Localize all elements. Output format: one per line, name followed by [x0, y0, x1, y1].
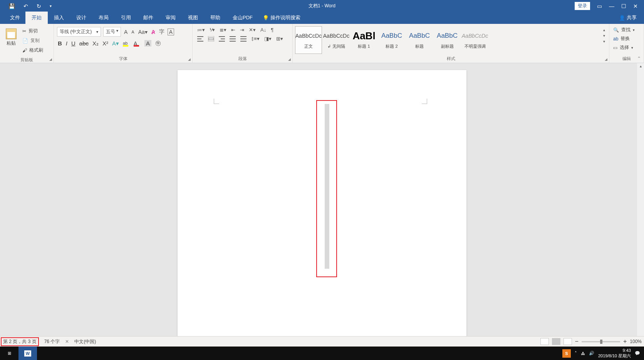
sogou-ime-icon[interactable]: S	[562, 349, 571, 358]
asian-layout-icon[interactable]: ✕▾	[249, 27, 256, 33]
maximize-icon[interactable]: ☐	[621, 3, 626, 9]
strike-button[interactable]: abc	[79, 40, 89, 47]
login-button[interactable]: 登录	[575, 2, 590, 10]
tab-view[interactable]: 视图	[182, 12, 204, 24]
notifications-icon[interactable]: 💬	[635, 351, 640, 356]
close-icon[interactable]: ✕	[633, 3, 638, 9]
align-right-icon[interactable]	[219, 36, 225, 42]
select-button[interactable]: ▭选择▾	[611, 43, 642, 52]
share-button[interactable]: 👤 共享	[616, 12, 639, 24]
tab-insert[interactable]: 插入	[48, 12, 70, 24]
tab-home[interactable]: 开始	[25, 12, 48, 24]
scroll-up-icon[interactable]: ▴	[637, 63, 644, 69]
paragraph-launcher-icon[interactable]: ◢	[288, 57, 291, 61]
style-normal[interactable]: AaBbCcDc 正文	[295, 26, 322, 54]
style-title[interactable]: AaBbC 标题	[406, 26, 433, 54]
show-marks-icon[interactable]: ¶	[271, 27, 273, 33]
undo-icon[interactable]: ↶	[23, 3, 28, 9]
qat-more-icon[interactable]: ▾	[50, 4, 52, 8]
format-painter-button[interactable]: 🖌格式刷	[22, 46, 44, 54]
style-subtitle[interactable]: AaBbC 副标题	[434, 26, 461, 54]
line-spacing-icon[interactable]: ‡≡▾	[251, 36, 260, 42]
grow-font-icon[interactable]: A	[123, 28, 128, 36]
align-distribute-icon[interactable]	[240, 36, 247, 42]
volume-icon[interactable]: 🔊	[589, 351, 594, 356]
zoom-in-icon[interactable]: +	[623, 338, 627, 345]
tray-chevron-icon[interactable]: ˄	[575, 351, 577, 356]
superscript-button[interactable]: X²	[102, 40, 108, 47]
subscript-button[interactable]: X₂	[92, 40, 99, 47]
tab-layout[interactable]: 布局	[92, 12, 115, 24]
start-button[interactable]: ⊞	[0, 347, 18, 360]
print-layout-icon[interactable]	[552, 338, 560, 345]
font-name-combo[interactable]: 等线 (中文正文)▾	[57, 27, 101, 37]
bullets-icon[interactable]: ≔▾	[197, 27, 205, 33]
tab-help[interactable]: 帮助	[204, 12, 226, 24]
network-icon[interactable]: 🖧	[581, 351, 585, 356]
style-heading1[interactable]: AaBl 标题 1	[351, 26, 377, 54]
font-size-combo[interactable]: 五号▾	[103, 27, 121, 37]
tab-review[interactable]: 审阅	[159, 12, 182, 24]
enclose-char-icon[interactable]: ㊫	[155, 40, 161, 47]
clear-format-icon[interactable]: A̷	[151, 28, 156, 36]
numbering-icon[interactable]: ⅟▾	[210, 27, 215, 33]
tab-file[interactable]: 文件	[5, 12, 25, 24]
tab-jinshan[interactable]: 金山PDF	[226, 12, 259, 24]
tab-mailings[interactable]: 邮件	[137, 12, 159, 24]
char-border-icon[interactable]: A	[168, 28, 174, 35]
tab-design[interactable]: 设计	[70, 12, 92, 24]
collapse-ribbon-icon[interactable]: ⌃	[637, 56, 641, 61]
char-shading-icon[interactable]: A	[144, 40, 151, 47]
style-no-emphasis[interactable]: AaBbCcDc 不明显强调	[461, 26, 488, 54]
sort-icon[interactable]: A↓	[260, 27, 266, 33]
align-justify-icon[interactable]	[230, 36, 236, 42]
find-button[interactable]: 🔍查找▾	[611, 25, 642, 34]
font-launcher-icon[interactable]: ◢	[188, 57, 191, 61]
zoom-value[interactable]: 100%	[630, 339, 642, 344]
align-center-icon[interactable]	[208, 36, 214, 42]
document-page[interactable]	[178, 70, 466, 336]
save-icon[interactable]: 💾	[8, 3, 15, 9]
vertical-scrollbar[interactable]: ▴	[637, 63, 644, 336]
word-count-status[interactable]: 76 个字	[44, 338, 60, 345]
styles-launcher-icon[interactable]: ◢	[605, 57, 607, 61]
minimize-icon[interactable]: —	[609, 3, 614, 9]
indent-icon[interactable]: ⇥	[240, 27, 244, 33]
zoom-out-icon[interactable]: −	[575, 338, 579, 345]
system-clock[interactable]: 9:43 2019/8/10 星期六	[598, 348, 631, 358]
multilevel-icon[interactable]: ≣▾	[220, 27, 226, 33]
text-effects-icon[interactable]: A▾	[112, 40, 119, 47]
tell-me-search[interactable]: 💡 操作说明搜索	[259, 12, 304, 24]
phonetic-icon[interactable]: 字	[158, 28, 165, 36]
underline-button[interactable]: U	[71, 40, 75, 47]
page-count-status[interactable]: 第 2 页，共 3 页	[1, 337, 39, 346]
proofing-icon[interactable]: ✕	[65, 339, 69, 344]
status-bar: 第 2 页，共 3 页 76 个字 ✕ 中文(中国) − + 100%	[0, 336, 644, 347]
highlight-color-button[interactable]: ab	[123, 40, 130, 47]
read-mode-icon[interactable]	[540, 338, 549, 345]
styles-gallery-more[interactable]: ▴▾▾	[601, 28, 607, 44]
cut-button[interactable]: ✂剪切	[22, 27, 44, 35]
italic-button[interactable]: I	[66, 40, 67, 47]
redo-icon[interactable]: ↻	[37, 3, 41, 9]
shading-icon[interactable]: ◨▾	[264, 36, 272, 42]
zoom-slider[interactable]	[582, 341, 620, 342]
change-case-icon[interactable]: Aa▾	[138, 28, 148, 36]
shrink-font-icon[interactable]: A	[131, 29, 135, 35]
replace-button[interactable]: ab替换	[611, 34, 642, 43]
style-no-spacing[interactable]: AaBbCcDc ↲ 无间隔	[323, 26, 350, 54]
paste-button[interactable]: 粘贴	[3, 27, 19, 54]
align-left-icon[interactable]	[197, 36, 203, 42]
bold-button[interactable]: B	[58, 40, 62, 47]
copy-button[interactable]: 📄复制	[22, 37, 44, 45]
taskbar-word[interactable]: W	[18, 347, 37, 360]
clipboard-launcher-icon[interactable]: ◢	[49, 57, 52, 61]
style-heading2[interactable]: AaBbC 标题 2	[378, 26, 405, 54]
font-color-button[interactable]: A	[134, 40, 141, 47]
ribbon-options-icon[interactable]: ▭	[597, 3, 602, 9]
language-status[interactable]: 中文(中国)	[74, 338, 96, 345]
outdent-icon[interactable]: ⇤	[231, 27, 235, 33]
web-layout-icon[interactable]	[564, 338, 572, 345]
borders-icon[interactable]: ⊞▾	[276, 36, 283, 42]
tab-references[interactable]: 引用	[115, 12, 137, 24]
